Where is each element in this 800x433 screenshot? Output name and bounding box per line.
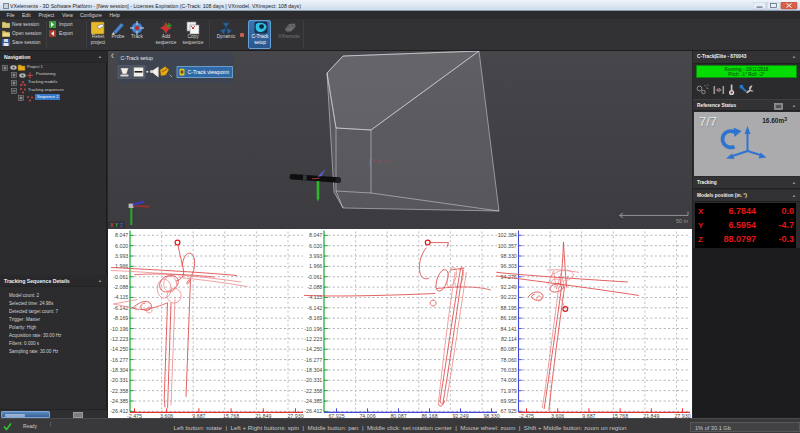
svg-text:8.047: 8.047 [309,232,322,238]
svg-text:3.993: 3.993 [309,253,322,259]
svg-text:96.303: 96.303 [501,263,517,269]
svg-text:-18.304: -18.304 [304,367,322,373]
svg-text:50 in: 50 in [676,218,688,224]
svg-text:-2.088: -2.088 [307,284,322,290]
svg-text:-18.304: -18.304 [110,367,128,373]
svg-text:98.330: 98.330 [501,253,517,259]
svg-text:-10.196: -10.196 [110,326,128,332]
svg-text:88.195: 88.195 [501,305,517,311]
svg-text:C-Track viewpoint: C-Track viewpoint [188,69,230,75]
svg-text:-4.115: -4.115 [114,294,129,300]
svg-text:-12.223: -12.223 [110,336,128,342]
svg-text:Z: Z [120,222,123,228]
svg-text:-16.277: -16.277 [304,357,322,363]
svg-text:86.168: 86.168 [501,315,517,321]
svg-text:-26.412: -26.412 [304,408,322,414]
svg-text:71.979: 71.979 [501,388,517,394]
svg-text:80.087: 80.087 [501,346,517,352]
svg-text:92.249: 92.249 [501,284,517,290]
svg-text:-6.142: -6.142 [307,305,322,311]
svg-text:8.047: 8.047 [115,232,128,238]
svg-text:-24.385: -24.385 [110,398,128,404]
svg-text:-2.088: -2.088 [113,284,128,290]
svg-text:-26.412: -26.412 [110,408,128,414]
svg-text:3.993: 3.993 [115,253,128,259]
svg-text:100.357: 100.357 [498,243,517,249]
svg-text:-20.331: -20.331 [110,377,128,383]
svg-text:90.222: 90.222 [501,294,517,300]
svg-text:6.020: 6.020 [115,243,128,249]
svg-text:-12.223: -12.223 [304,336,322,342]
svg-text:C-Track setup: C-Track setup [121,55,153,61]
svg-text:-16.277: -16.277 [110,357,128,363]
svg-text:-10.196: -10.196 [304,326,322,332]
svg-text:76.033: 76.033 [501,367,517,373]
svg-text:82.114: 82.114 [501,336,517,342]
svg-text:-8.169: -8.169 [113,315,128,321]
svg-text:-22.358: -22.358 [110,388,128,394]
svg-text:84.141: 84.141 [501,326,517,332]
svg-text:102.384: 102.384 [498,232,517,238]
svg-text:6.020: 6.020 [309,243,322,249]
svg-text:-8.169: -8.169 [307,315,322,321]
svg-text:69.952: 69.952 [501,398,517,404]
svg-text:1.966: 1.966 [309,263,322,269]
svg-text:-0.061: -0.061 [113,274,128,280]
svg-text:78.060: 78.060 [501,357,517,363]
svg-text:-14.250: -14.250 [110,346,128,352]
svg-text:-0.061: -0.061 [307,274,322,280]
svg-text:74.006: 74.006 [501,377,517,383]
svg-text:-22.358: -22.358 [304,388,322,394]
svg-text:-24.385: -24.385 [304,398,322,404]
svg-text:-14.250: -14.250 [304,346,322,352]
svg-text:-20.331: -20.331 [304,377,322,383]
svg-text:67.925: 67.925 [501,408,517,414]
